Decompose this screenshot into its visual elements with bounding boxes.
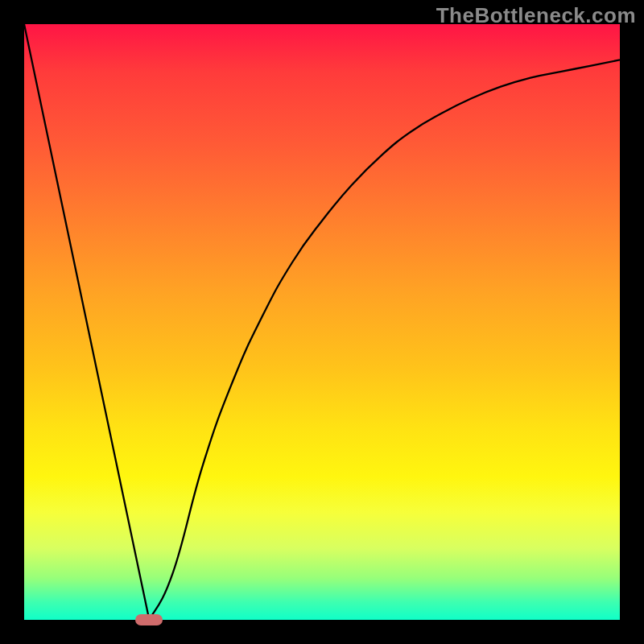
chart-curve-svg xyxy=(24,24,620,620)
optimal-marker xyxy=(135,614,163,625)
bottleneck-curve-path xyxy=(24,24,620,620)
watermark-text: TheBottleneck.com xyxy=(436,3,636,28)
chart-frame: TheBottleneck.com xyxy=(0,0,644,644)
